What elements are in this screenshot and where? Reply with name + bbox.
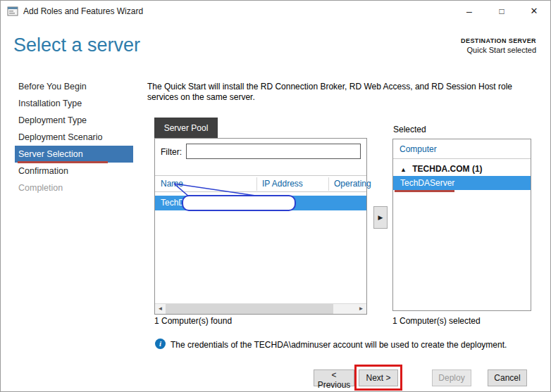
sidebar-item-completion: Completion (15, 179, 133, 196)
maximize-icon[interactable]: □ (485, 1, 518, 22)
filter-label: Filter: (161, 147, 182, 157)
column-separator (328, 177, 329, 191)
page-title: Select a server (13, 34, 140, 56)
scrollbar-thumb[interactable] (166, 304, 333, 314)
scroll-left-icon[interactable]: ◄ (155, 304, 166, 314)
window-title: Add Roles and Features Wizard (23, 6, 143, 16)
column-header-operating-system[interactable]: Operating (334, 179, 371, 189)
info-icon: i (155, 339, 166, 349)
column-header-name[interactable]: Name (161, 179, 183, 189)
selected-pane-label: Selected (393, 125, 426, 134)
column-separator (256, 177, 257, 191)
destination-server-value: Quick Start selected (461, 46, 536, 54)
wizard-steps-nav: Before You Begin Installation Type Deplo… (15, 78, 133, 196)
cancel-button[interactable]: Cancel (488, 369, 527, 386)
computers-found-text: 1 Computer(s) found (154, 316, 232, 326)
destination-server-block: DESTINATION SERVER Quick Start selected (461, 37, 536, 54)
sidebar-item-before-you-begin[interactable]: Before You Begin (15, 78, 133, 95)
sidebar-item-deployment-scenario[interactable]: Deployment Scenario (15, 129, 133, 146)
sidebar-item-confirmation[interactable]: Confirmation (15, 163, 133, 179)
wizard-window: Add Roles and Features Wizard – □ ✕ Sele… (0, 0, 551, 392)
wizard-window-icon (7, 6, 18, 17)
selected-computers-panel: Computer ▲ TECHDA.COM (1) TechDAServer (392, 139, 531, 311)
title-bar: Add Roles and Features Wizard – □ ✕ (1, 1, 550, 22)
filter-input[interactable] (186, 144, 361, 159)
next-button[interactable]: Next > (359, 369, 398, 386)
scroll-right-icon[interactable]: ► (356, 304, 366, 314)
right-arrow-icon: ▶ (378, 214, 383, 221)
horizontal-scrollbar[interactable]: ◄ ► (155, 303, 366, 314)
close-icon[interactable]: ✕ (518, 1, 550, 22)
sidebar-item-deployment-type[interactable]: Deployment Type (15, 112, 133, 129)
previous-button[interactable]: < Previous (314, 369, 354, 386)
tree-expanded-icon: ▲ (400, 166, 407, 173)
tree-group-label: TECHDA.COM (1) (412, 164, 482, 174)
computer-column-header[interactable]: Computer (400, 144, 437, 154)
column-header-ip-address[interactable]: IP Address (262, 179, 303, 189)
sidebar-item-server-selection[interactable]: Server Selection (15, 146, 133, 163)
minimize-icon[interactable]: – (453, 1, 485, 22)
table-row-server[interactable]: TechDASe (155, 196, 366, 210)
sidebar-item-installation-type[interactable]: Installation Type (15, 95, 133, 112)
page-description: The Quick Start will install the RD Conn… (147, 82, 542, 103)
selected-server-row[interactable]: TechDAServer (393, 176, 531, 190)
credentials-info-text: The credentials of the TECHDA\adminuser … (171, 340, 507, 350)
divider (393, 158, 531, 159)
server-pool-panel: Filter: Name IP Address Operating TechDA… (154, 138, 367, 315)
server-table-header: Name IP Address Operating (155, 175, 366, 192)
add-server-button[interactable]: ▶ (373, 206, 388, 229)
deploy-button: Deploy (432, 369, 471, 386)
computers-selected-text: 1 Computer(s) selected (392, 316, 481, 326)
tree-group-techda-com[interactable]: ▲ TECHDA.COM (1) (400, 164, 483, 174)
tab-server-pool[interactable]: Server Pool (154, 118, 218, 139)
destination-server-label: DESTINATION SERVER (461, 37, 536, 44)
